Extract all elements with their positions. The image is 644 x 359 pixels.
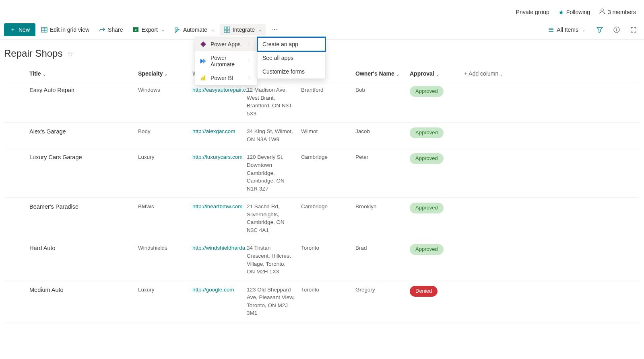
col-specialty[interactable]: Specialty⌄ <box>135 66 189 81</box>
chevron-down-icon: ⌄ <box>258 28 262 32</box>
row-select[interactable] <box>4 281 26 322</box>
more-button[interactable]: ··· <box>267 24 283 35</box>
cell-specialty: Windows <box>135 81 189 123</box>
col-owner[interactable]: Owner's Name⌄ <box>352 66 407 81</box>
cell-title[interactable]: Medium Auto <box>26 281 135 322</box>
add-column-label: Add column <box>469 70 498 77</box>
edit-grid-button[interactable]: Edit in grid view <box>37 24 93 35</box>
star-outline-icon[interactable]: ☆ <box>67 50 73 57</box>
table-row[interactable]: Beamer's ParadiseBMWshttp://iheartbmw.co… <box>4 198 640 239</box>
menu-power-bi[interactable]: Power BI 〉 <box>195 71 257 85</box>
grid-icon <box>41 27 47 33</box>
cell-approval: Approved <box>407 239 461 281</box>
chevron-down-icon: ⌄ <box>500 72 503 76</box>
svg-point-22 <box>616 28 617 29</box>
share-button[interactable]: Share <box>95 24 127 35</box>
power-automate-icon <box>200 58 206 64</box>
submenu-customize-label: Customize forms <box>262 68 305 75</box>
svg-rect-8 <box>227 27 230 29</box>
website-link[interactable]: http://easyautorepair.c... <box>192 87 250 93</box>
cell-approval: Approved <box>407 148 461 198</box>
automate-button[interactable]: Automate ⌄ <box>170 24 218 35</box>
view-selector[interactable]: All Items ⌄ <box>544 24 589 35</box>
website-link[interactable]: http://iheartbmw.com <box>192 203 243 209</box>
cell-title[interactable]: Alex's Garage <box>26 123 135 148</box>
cell-empty <box>461 148 640 198</box>
group-privacy: Private group <box>516 9 549 15</box>
cell-title[interactable]: Hard Auto <box>26 239 135 281</box>
cell-specialty: Body <box>135 123 189 148</box>
cell-website[interactable]: http://luxurycars.com <box>189 148 244 198</box>
website-link[interactable]: http://luxurycars.com <box>192 154 243 160</box>
cell-website[interactable]: http://iheartbmw.com <box>189 198 244 239</box>
info-icon <box>613 27 620 33</box>
chevron-down-icon: ⌄ <box>211 28 214 32</box>
submenu-see-all-label: See all apps <box>262 55 293 61</box>
right-commands: All Items ⌄ <box>544 23 640 36</box>
new-button[interactable]: ＋ New <box>4 23 35 36</box>
cell-approval: Approved <box>407 198 461 239</box>
cell-website[interactable]: http://google.com <box>189 281 244 322</box>
list-title: Repair Shops <box>4 48 62 59</box>
expand-button[interactable] <box>627 23 640 36</box>
cell-title[interactable]: Easy Auto Repair <box>26 81 135 123</box>
svg-rect-7 <box>224 27 227 29</box>
svg-point-0 <box>601 9 603 11</box>
row-select[interactable] <box>4 148 26 198</box>
row-select[interactable] <box>4 198 26 239</box>
add-column-button[interactable]: + Add column⌄ <box>461 66 640 81</box>
person-icon <box>599 8 605 16</box>
export-label: Export <box>141 27 157 33</box>
select-all-header[interactable] <box>4 66 26 81</box>
table-row[interactable]: Easy Auto RepairWindowshttp://easyautore… <box>4 81 640 123</box>
power-bi-icon <box>200 75 206 81</box>
cell-website[interactable]: http://easyautorepair.c... <box>189 81 244 123</box>
approval-badge: Approved <box>410 244 444 255</box>
submenu-create-app[interactable]: Create an app <box>258 37 325 51</box>
chevron-down-icon: ⌄ <box>396 72 399 76</box>
menu-power-apps[interactable]: Power Apps 〉 <box>195 37 257 51</box>
row-select[interactable] <box>4 239 26 281</box>
svg-rect-16 <box>204 76 205 80</box>
chevron-right-icon: 〉 <box>248 75 252 81</box>
website-link[interactable]: http://alexgar.com <box>192 128 235 134</box>
filter-button[interactable] <box>593 23 606 36</box>
col-approval[interactable]: Approval⌄ <box>407 66 461 81</box>
export-button[interactable]: X Export ⌄ <box>128 24 168 35</box>
integrate-menu: Power Apps 〉 Power Automate 〉 Power BI 〉 <box>195 37 257 85</box>
cell-title[interactable]: Beamer's Paradise <box>26 198 135 239</box>
group-privacy-label: Private group <box>516 9 549 15</box>
chevron-down-icon: ⌄ <box>161 28 165 32</box>
row-select[interactable] <box>4 81 26 123</box>
website-link[interactable]: http://google.com <box>192 287 234 293</box>
cell-address: 120 Beverly St, Downtown Cambridge, Camb… <box>244 148 298 198</box>
info-button[interactable] <box>610 23 623 36</box>
submenu-see-all-apps[interactable]: See all apps <box>258 51 325 65</box>
cell-address: 34 King St, Wilmot, ON N3A 1W9 <box>244 123 298 148</box>
cell-address: 123 Old Sheppard Ave, Pleasant View, Tor… <box>244 281 298 322</box>
follow-status[interactable]: ★ Following <box>558 8 590 16</box>
row-select[interactable] <box>4 123 26 148</box>
cell-title[interactable]: Luxury Cars Garage <box>26 148 135 198</box>
cell-website[interactable]: http://windshieldharda... <box>189 239 244 281</box>
table-row[interactable]: Medium AutoLuxuryhttp://google.com123 Ol… <box>4 281 640 322</box>
automate-icon <box>174 27 181 33</box>
members[interactable]: 3 members <box>599 8 636 16</box>
cell-empty <box>461 198 640 239</box>
automate-label: Automate <box>183 27 207 33</box>
table-row[interactable]: Alex's GarageBodyhttp://alexgar.com34 Ki… <box>4 123 640 148</box>
integrate-button[interactable]: Integrate ⌄ <box>220 24 266 35</box>
star-icon: ★ <box>558 8 564 16</box>
cell-owner: Brooklyn <box>352 198 407 239</box>
table-row[interactable]: Hard AutoWindshieldshttp://windshieldhar… <box>4 239 640 281</box>
table-row[interactable]: Luxury Cars GarageLuxuryhttp://luxurycar… <box>4 148 640 198</box>
cell-city: Cambridge <box>298 148 352 198</box>
col-title[interactable]: Title⌄ <box>26 66 135 81</box>
col-specialty-label: Specialty <box>138 70 163 77</box>
cell-website[interactable]: http://alexgar.com <box>189 123 244 148</box>
website-link[interactable]: http://windshieldharda... <box>192 245 250 251</box>
approval-badge: Denied <box>410 286 438 297</box>
cell-specialty: Luxury <box>135 148 189 198</box>
menu-power-automate[interactable]: Power Automate 〉 <box>195 51 257 71</box>
submenu-customize-forms[interactable]: Customize forms <box>258 65 325 78</box>
